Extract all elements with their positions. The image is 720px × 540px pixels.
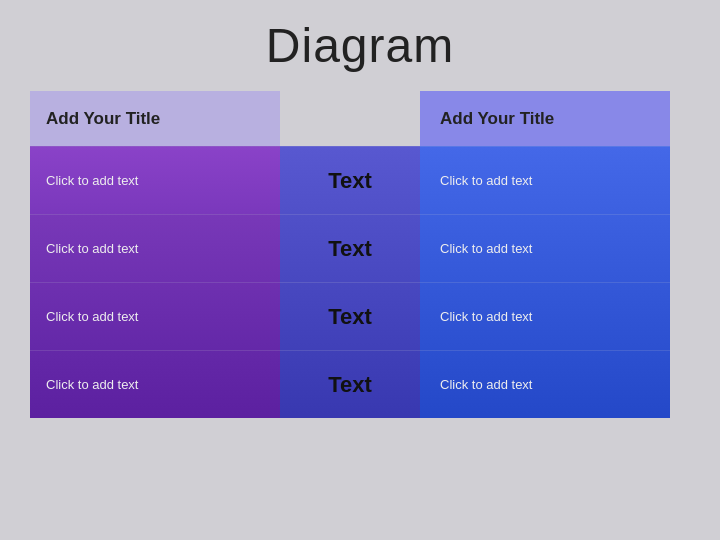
center-panel: Text Text Text Text bbox=[280, 91, 420, 418]
right-header[interactable]: Add Your Title bbox=[420, 91, 670, 146]
right-row-0[interactable]: Click to add text bbox=[420, 146, 670, 214]
right-row-2[interactable]: Click to add text bbox=[420, 282, 670, 350]
left-row-3[interactable]: Click to add text bbox=[30, 350, 280, 418]
center-row-2[interactable]: Text bbox=[280, 282, 420, 350]
left-header[interactable]: Add Your Title bbox=[30, 91, 280, 146]
center-row-1[interactable]: Text bbox=[280, 214, 420, 282]
center-row-3[interactable]: Text bbox=[280, 350, 420, 418]
right-panel: Add Your Title Click to add text Click t… bbox=[420, 91, 670, 418]
left-row-2[interactable]: Click to add text bbox=[30, 282, 280, 350]
right-row-3[interactable]: Click to add text bbox=[420, 350, 670, 418]
center-row-0[interactable]: Text bbox=[280, 146, 420, 214]
left-panel: Add Your Title Click to add text Click t… bbox=[30, 91, 280, 418]
right-row-1[interactable]: Click to add text bbox=[420, 214, 670, 282]
diagram-container: Add Your Title Click to add text Click t… bbox=[30, 91, 690, 418]
page-title: Diagram bbox=[0, 0, 720, 91]
left-row-1[interactable]: Click to add text bbox=[30, 214, 280, 282]
left-row-0[interactable]: Click to add text bbox=[30, 146, 280, 214]
center-header bbox=[280, 91, 420, 146]
